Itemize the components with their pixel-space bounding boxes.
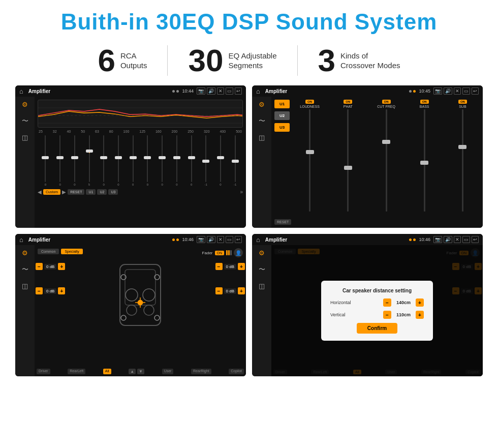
db-minus-br[interactable]: − [215, 287, 223, 294]
db-plus-br[interactable]: + [238, 287, 245, 294]
driver-label[interactable]: Driver [37, 369, 50, 374]
fader-sidebar-icon3[interactable]: ◫ [22, 282, 28, 290]
loudness-slider[interactable] [292, 109, 328, 212]
eq-slider-11[interactable]: -1 [199, 135, 213, 186]
eq-u2-btn[interactable]: U2 [97, 189, 107, 195]
eq-slider-0[interactable]: 0 [39, 135, 52, 186]
eq-time: 10:44 [182, 88, 194, 94]
confirm-button[interactable]: Confirm [357, 323, 397, 334]
phat-slider[interactable] [330, 109, 366, 212]
bass-label: BASS [420, 105, 429, 108]
eq-freq-labels: 25 32 40 50 63 80 100 125 160 200 250 32… [38, 130, 243, 133]
camera-icon: 📷 [197, 87, 205, 95]
db-plus-tr[interactable]: + [238, 263, 245, 270]
db-val-br: 0 dB [224, 288, 236, 294]
user-label[interactable]: User [162, 369, 174, 374]
fader-dot1 [172, 238, 175, 241]
specialty-tab[interactable]: Specialty [61, 249, 82, 254]
u3-button[interactable]: U3 [274, 123, 290, 132]
eq-slider-7[interactable]: 0 [141, 135, 154, 186]
db-minus-tl[interactable]: − [36, 263, 43, 270]
back-icon[interactable]: ↩ [235, 87, 242, 95]
u1-button[interactable]: U1 [274, 100, 290, 108]
eq-more-arrow[interactable]: » [240, 189, 243, 195]
fader-volume-icon: 🔊 [207, 236, 215, 243]
u2-button[interactable]: U2 [274, 111, 290, 120]
crossover-sidebar-icon2[interactable]: 〜 [259, 116, 265, 126]
crossover-close-icon: ✕ [454, 87, 461, 95]
eq-slider-3[interactable]: 5 [82, 135, 96, 186]
db-minus-tr[interactable]: − [215, 263, 223, 270]
sub-slider[interactable] [445, 109, 481, 212]
eq-custom-btn[interactable]: Custom [43, 189, 60, 195]
crossover-sidebar: ⚙ 〜 ◫ [252, 97, 271, 228]
distance-status-dots [409, 238, 416, 241]
stat-text-crossover: Kinds ofCrossover Modes [340, 51, 400, 71]
cutfreq-slider[interactable] [368, 109, 404, 212]
eq-slider-12[interactable]: 0 [214, 135, 228, 186]
fader-toggle[interactable]: ON [215, 251, 225, 255]
db-val-tl: 0 dB [44, 264, 56, 270]
fader-back-icon[interactable]: ↩ [235, 236, 242, 243]
copilot-label[interactable]: Copilot [229, 369, 244, 374]
eq-status-icons: 📷 🔊 ✕ ▭ ↩ [197, 87, 242, 95]
distance-sidebar-icon3[interactable]: ◫ [259, 282, 265, 290]
bass-slider[interactable] [407, 109, 443, 212]
fader-label: Fader [202, 251, 213, 255]
fader-main: Common Specialty Fader ON 👤 [35, 245, 246, 376]
vertical-plus-btn[interactable]: + [416, 311, 424, 319]
db-minus-bl[interactable]: − [36, 287, 43, 294]
fader-home-icon[interactable]: ⌂ [19, 236, 23, 244]
all-label[interactable]: All [103, 369, 111, 374]
horizontal-minus-btn[interactable]: − [383, 298, 391, 307]
svg-point-14 [121, 315, 126, 320]
distance-sidebar: ⚙ 〜 ◫ [252, 245, 271, 376]
eq-slider-13[interactable]: -1 [228, 135, 242, 186]
eq-slider-4[interactable]: 0 [97, 135, 111, 186]
distance-sidebar-icon1[interactable]: ⚙ [259, 249, 265, 257]
crossover-sidebar-icon3[interactable]: ◫ [259, 134, 265, 141]
eq-sliders: 0 0 0 5 0 [38, 135, 243, 186]
horizontal-plus-btn[interactable]: + [416, 298, 424, 307]
eq-slider-6[interactable]: 0 [126, 135, 140, 186]
eq-slider-8[interactable]: 0 [155, 135, 169, 186]
eq-prev-arrow[interactable]: ◀ [38, 189, 42, 195]
fader-sidebar-icon1[interactable]: ⚙ [22, 249, 28, 257]
db-plus-bl[interactable]: + [58, 287, 65, 294]
rear-right-label[interactable]: RearRight [191, 369, 211, 374]
eq-u1-btn[interactable]: U1 [86, 189, 96, 195]
db-plus-tl[interactable]: + [58, 263, 65, 270]
fader-sidebar-icon2[interactable]: 〜 [22, 265, 28, 274]
eq-sidebar-icon3[interactable]: ◫ [22, 134, 28, 141]
eq-slider-2[interactable]: 0 [68, 135, 81, 186]
loudness-on-badge: ON [305, 100, 314, 104]
down-arrow[interactable]: ▼ [137, 369, 144, 374]
vertical-minus-btn[interactable]: − [383, 311, 391, 319]
eq-u3-btn[interactable]: U3 [108, 189, 118, 195]
rear-left-label[interactable]: RearLeft [68, 369, 85, 374]
eq-sidebar-icon1[interactable]: ⚙ [22, 101, 28, 108]
crossover-reset-btn[interactable]: RESET [274, 219, 291, 225]
crossover-sidebar-icon1[interactable]: ⚙ [259, 101, 265, 108]
eq-slider-1[interactable]: 0 [53, 135, 67, 186]
loudness-label: LOUDNESS [300, 105, 320, 108]
stat-number-6: 6 [98, 45, 115, 76]
distance-dialog-overlay: Car speaker distance setting Horizontal … [271, 245, 483, 376]
eq-slider-5[interactable]: 0 [112, 135, 126, 186]
eq-sidebar-icon2[interactable]: 〜 [22, 116, 28, 126]
distance-back-icon[interactable]: ↩ [472, 236, 479, 243]
right-db-controls: − 0 dB + − 0 dB + [215, 263, 245, 296]
up-arrow[interactable]: ▲ [129, 369, 136, 374]
fader-bottom-labels: Driver RearLeft All ▲ ▼ User RearRight C… [35, 369, 246, 374]
eq-reset-btn[interactable]: RESET [68, 189, 84, 195]
common-tab[interactable]: Common [38, 249, 59, 254]
distance-sidebar-icon2[interactable]: 〜 [259, 265, 265, 274]
distance-home-icon[interactable]: ⌂ [256, 236, 260, 244]
crossover-home-icon[interactable]: ⌂ [256, 87, 260, 95]
eq-next-arrow[interactable]: ▶ [62, 189, 66, 195]
home-icon[interactable]: ⌂ [19, 87, 23, 95]
eq-slider-10[interactable]: 0 [184, 135, 198, 186]
eq-slider-9[interactable]: 0 [170, 135, 183, 186]
crossover-back-icon[interactable]: ↩ [472, 87, 479, 95]
distance-screen-title: Amplifier [265, 237, 407, 243]
